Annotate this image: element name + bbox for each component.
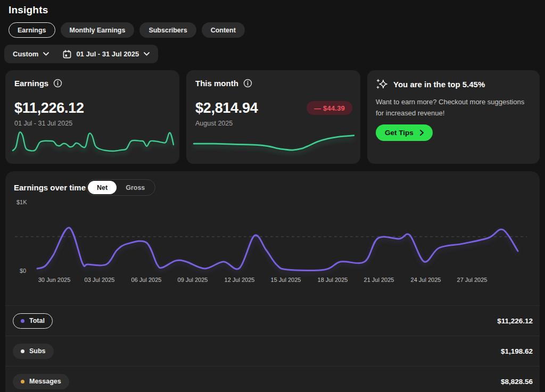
tips-body: Want to earn more? Checkout more suggest… [376,97,533,119]
legend-label-messages: Messages [29,378,61,385]
earnings-card-title: Earnings [14,79,48,88]
legend-row-subs: Subs $1,198.62 [5,336,540,366]
this-month-card-title: This month [195,79,238,88]
date-range-label: 01 Jul - 31 Jul 2025 [76,50,139,58]
tab-earnings[interactable]: Earnings [9,22,55,38]
earnings-amount: $11,226.12 [14,100,84,116]
range-type-label: Custom [13,50,38,58]
chart-legend: Total $11,226.12 Subs $1,198.62 Messages… [5,305,540,392]
info-icon[interactable] [53,79,62,88]
tab-monthly-earnings[interactable]: Monthly Earnings [61,22,135,38]
this-month-sparkline [193,127,355,160]
earnings-period: 01 Jul - 31 Jul 2025 [14,120,72,127]
x-axis-label: 06 Jul 2025 [131,277,162,283]
calendar-icon [63,50,71,59]
this-month-amount: $2,814.94 [195,100,258,116]
page-title: Insights [9,4,48,16]
x-axis-label: 09 Jul 2025 [178,277,208,283]
net-gross-toggle: Net Gross [86,179,155,196]
subs-dot-icon [21,349,24,353]
date-range-dropdown[interactable]: 01 Jul - 31 Jul 2025 [63,50,150,59]
earnings-over-time-card: Earnings over time Net Gross $1K $0 30 J… [5,171,540,392]
x-axis-label: 30 Jun 2025 [38,277,71,283]
toggle-net[interactable]: Net [88,181,117,194]
earnings-card: Earnings $11,226.12 01 Jul - 31 Jul 2025 [5,70,179,164]
legend-pill-messages[interactable]: Messages [13,374,69,389]
legend-value-total: $11,226.12 [497,317,533,325]
tips-card: You are in the top 5.45% Want to earn mo… [367,70,540,164]
chart-title: Earnings over time [14,183,86,192]
tab-subscribers[interactable]: Subscribers [139,22,196,38]
info-icon[interactable] [243,79,252,88]
earnings-sparkline [12,127,174,160]
x-axis-label: 21 Jul 2025 [364,277,394,283]
x-axis-label: 15 Jul 2025 [271,277,301,283]
range-type-dropdown[interactable]: Custom [13,50,49,58]
legend-value-messages: $8,828.56 [501,378,533,386]
legend-row-total: Total $11,226.12 [5,305,540,336]
x-axis-label: 03 Jul 2025 [85,277,115,283]
get-tips-button[interactable]: Get Tips [376,124,433,141]
legend-row-messages: Messages $8,828.56 [5,366,540,392]
x-axis-label: 12 Jul 2025 [225,277,255,283]
date-filter-bar: Custom 01 Jul - 31 Jul 2025 [4,45,158,63]
x-axis-label: 18 Jul 2025 [318,277,348,283]
legend-label-subs: Subs [29,347,46,355]
negative-delta-badge: — $44.39 [307,101,352,115]
chevron-down-icon [144,52,150,56]
tips-title: You are in the top 5.45% [393,80,485,89]
messages-dot-icon [21,380,24,383]
this-month-card: This month $2,814.94 — $44.39 August 202… [186,70,360,164]
tab-content[interactable]: Content [202,22,245,38]
earnings-line-chart [13,197,532,277]
legend-value-subs: $1,198.62 [501,347,533,355]
insights-tabs: Earnings Monthly Earnings Subscribers Co… [9,22,245,38]
legend-pill-subs[interactable]: Subs [13,344,54,359]
legend-pill-total[interactable]: Total [13,313,53,329]
x-axis-label: 27 Jul 2025 [457,277,488,283]
get-tips-label: Get Tips [385,129,414,137]
total-dot-icon [21,319,24,323]
chevron-right-icon [420,130,424,136]
this-month-period: August 2025 [195,120,233,127]
chevron-down-icon [43,52,49,56]
toggle-gross[interactable]: Gross [117,181,154,194]
sparkle-icon [376,78,388,90]
x-axis-label: 24 Jul 2025 [411,277,441,283]
x-axis: 30 Jun 202503 Jul 202506 Jul 202509 Jul … [13,277,532,284]
legend-label-total: Total [29,317,45,324]
